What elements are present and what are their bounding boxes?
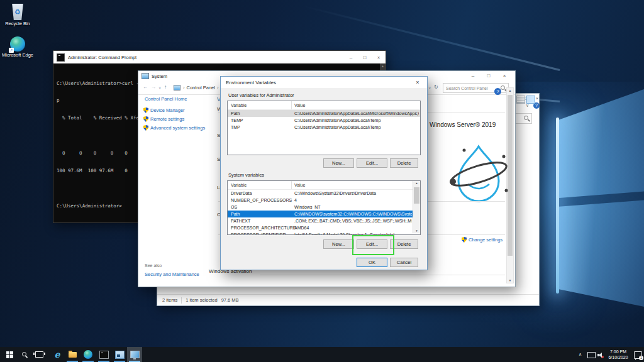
edge-icon: ↗ bbox=[10, 36, 25, 52]
change-settings-label: Change settings bbox=[469, 237, 502, 243]
task-view-button[interactable] bbox=[31, 347, 47, 362]
sidebar-item-advanced-system-settings[interactable]: Advanced system settings bbox=[143, 125, 205, 131]
variable-value: .COM;.EXE;.BAT;.CMD;.VBS;.VBE;.JS;.JSE;.… bbox=[294, 219, 412, 223]
table-scrollbar[interactable]: ▲ ▼ bbox=[413, 181, 420, 233]
variable-value: 4 bbox=[294, 198, 412, 202]
system-new-button[interactable]: New... bbox=[323, 239, 354, 249]
sidebar-item-label: Remote settings bbox=[150, 116, 184, 122]
taskbar-search-button[interactable] bbox=[17, 347, 32, 362]
sidebar-item-control-panel-home[interactable]: Control Panel Home bbox=[145, 96, 187, 102]
desktop-icon-recycle-bin[interactable]: ♻ Recycle Bin bbox=[1, 4, 34, 27]
uac-shield-icon bbox=[143, 116, 148, 122]
thumbnail-view-button[interactable] bbox=[526, 96, 535, 104]
change-settings-link[interactable]: Change settings bbox=[462, 237, 502, 243]
table-row[interactable]: TEMPC:\Users\Administrator\AppData\Local… bbox=[228, 117, 420, 124]
column-header-value[interactable]: Value bbox=[294, 103, 305, 107]
close-button[interactable]: × bbox=[498, 73, 511, 79]
scroll-down-icon[interactable]: ▼ bbox=[507, 278, 513, 282]
sidebar-item-remote-settings[interactable]: Remote settings bbox=[143, 116, 184, 122]
tray-expand-chevron[interactable]: ∧ bbox=[579, 352, 582, 357]
taskbar-server-manager[interactable] bbox=[112, 347, 127, 362]
user-edit-button[interactable]: Edit... bbox=[357, 158, 387, 168]
cancel-button[interactable]: Cancel bbox=[390, 258, 418, 267]
desktop-icon-microsoft-edge[interactable]: ↗ Microsoft Edge bbox=[1, 36, 34, 58]
volume-muted-icon[interactable] bbox=[597, 352, 604, 358]
close-button[interactable]: × bbox=[408, 79, 427, 85]
variable-value: Windows_NT bbox=[294, 205, 412, 209]
table-row[interactable]: TMPC:\Users\Administrator\AppData\Local\… bbox=[228, 124, 420, 131]
column-header-value[interactable]: Value bbox=[294, 183, 305, 187]
taskbar-microsoft-edge[interactable] bbox=[80, 347, 96, 362]
system-icon bbox=[142, 73, 149, 79]
table-header[interactable]: Variable Value bbox=[228, 181, 420, 190]
action-center-icon[interactable]: 1 bbox=[634, 351, 642, 359]
start-button[interactable] bbox=[2, 347, 17, 362]
ok-button[interactable]: OK bbox=[357, 258, 387, 267]
scroll-up-icon[interactable]: ▲ bbox=[381, 64, 384, 68]
variable-name: PROCESSOR_IDENTIFIER bbox=[231, 233, 286, 235]
minimize-button[interactable]: – bbox=[467, 73, 479, 79]
table-header[interactable]: Variable Value bbox=[228, 101, 420, 110]
recent-pages-chevron-icon[interactable]: ∨ bbox=[158, 85, 161, 90]
edit-button-highlight-annotation bbox=[352, 235, 394, 255]
scroll-up-icon[interactable]: ▲ bbox=[507, 89, 513, 92]
ribbon-collapse-icon[interactable]: ∨ bbox=[526, 103, 529, 108]
search-input[interactable] bbox=[443, 84, 499, 92]
maximize-button[interactable]: □ bbox=[358, 55, 372, 60]
clock-time: 7:00 PM bbox=[605, 349, 631, 354]
forward-button[interactable]: → bbox=[151, 84, 156, 90]
table-row-selected-path[interactable]: PathC:\WINDOWS\system32;C:\WINDOWS;C:\WI… bbox=[228, 211, 420, 217]
user-variables-label: User variables for Administrator bbox=[228, 92, 294, 98]
system-icon bbox=[130, 351, 140, 358]
minimize-button[interactable]: – bbox=[344, 55, 358, 60]
section-divider bbox=[260, 275, 505, 275]
scroll-up-icon[interactable]: ▲ bbox=[413, 182, 420, 185]
user-variables-table[interactable]: Variable Value PathC:\Users\Administrato… bbox=[227, 101, 421, 155]
close-button[interactable]: × bbox=[372, 55, 386, 60]
up-button[interactable]: ↑ bbox=[164, 84, 167, 90]
refresh-icon[interactable]: ↻ bbox=[434, 84, 438, 90]
wallpaper-window-edge-glow bbox=[556, 118, 559, 293]
environment-variables-dialog: Environment Variables × User variables f… bbox=[220, 76, 428, 270]
breadcrumb-control-panel[interactable]: Control Panel bbox=[187, 85, 215, 90]
taskbar-file-explorer[interactable] bbox=[65, 347, 80, 362]
ta skbar-system-active[interactable] bbox=[127, 347, 142, 362]
scroll-down-icon[interactable]: ▼ bbox=[413, 229, 420, 233]
table-row[interactable]: DriverDataC:\Windows\System32\Drivers\Dr… bbox=[228, 190, 420, 197]
table-row[interactable]: OSWindows_NT bbox=[228, 204, 420, 211]
help-button[interactable]: ? bbox=[494, 88, 501, 95]
taskbar-command-prompt[interactable] bbox=[96, 347, 111, 362]
column-header-variable[interactable]: Variable bbox=[231, 183, 247, 187]
variable-name: PROCESSOR_ARCHITECTURE bbox=[231, 226, 296, 230]
sidebar-item-security-and-maintenance[interactable]: Security and Maintenance bbox=[145, 272, 199, 277]
table-row[interactable]: PATHEXT.COM;.EXE;.BAT;.CMD;.VBS;.VBE;.JS… bbox=[228, 217, 420, 224]
command-prompt-icon bbox=[99, 351, 109, 359]
taskbar-clock[interactable]: 7:00 PM 6/10/2020 bbox=[605, 349, 631, 360]
search-icon bbox=[501, 85, 506, 91]
scrollbar-thumb[interactable] bbox=[414, 187, 419, 204]
variable-name: Path bbox=[231, 212, 240, 216]
variable-name: PATHEXT bbox=[231, 219, 250, 223]
system-variables-table[interactable]: Variable Value DriverDataC:\Windows\Syst… bbox=[227, 180, 421, 235]
table-row[interactable]: PathC:\Users\Administrator\AppData\Local… bbox=[228, 110, 420, 117]
sidebar-item-device-manager[interactable]: Device Manager bbox=[143, 107, 185, 113]
network-icon[interactable] bbox=[587, 352, 596, 358]
user-new-button[interactable]: New... bbox=[323, 158, 354, 168]
details-view-button[interactable] bbox=[516, 96, 525, 104]
user-delete-button[interactable]: Delete bbox=[390, 158, 418, 168]
breadcrumb[interactable]: ›Control Panel›S bbox=[181, 85, 223, 90]
windows-logo-icon bbox=[6, 351, 13, 358]
column-divider[interactable] bbox=[291, 181, 292, 189]
column-header-variable[interactable]: Variable bbox=[231, 103, 247, 107]
back-button[interactable]: ← bbox=[143, 84, 148, 90]
command-prompt-titlebar[interactable]: Administrator: Command Prompt – □ × bbox=[53, 51, 386, 63]
table-row[interactable]: NUMBER_OF_PROCESSORS4 bbox=[228, 197, 420, 204]
status-size: 97.6 MB bbox=[221, 297, 239, 303]
table-row[interactable]: PROCESSOR_ARCHITECTUREAMD64 bbox=[228, 224, 420, 231]
search-icon bbox=[22, 352, 28, 358]
column-divider[interactable] bbox=[291, 101, 292, 109]
maximize-button[interactable]: □ bbox=[482, 73, 495, 79]
dialog-titlebar[interactable]: Environment Variables × bbox=[221, 77, 427, 88]
taskbar-internet-explorer[interactable]: e bbox=[50, 347, 65, 362]
address-dropdown-icon[interactable]: ∨ bbox=[428, 85, 431, 90]
